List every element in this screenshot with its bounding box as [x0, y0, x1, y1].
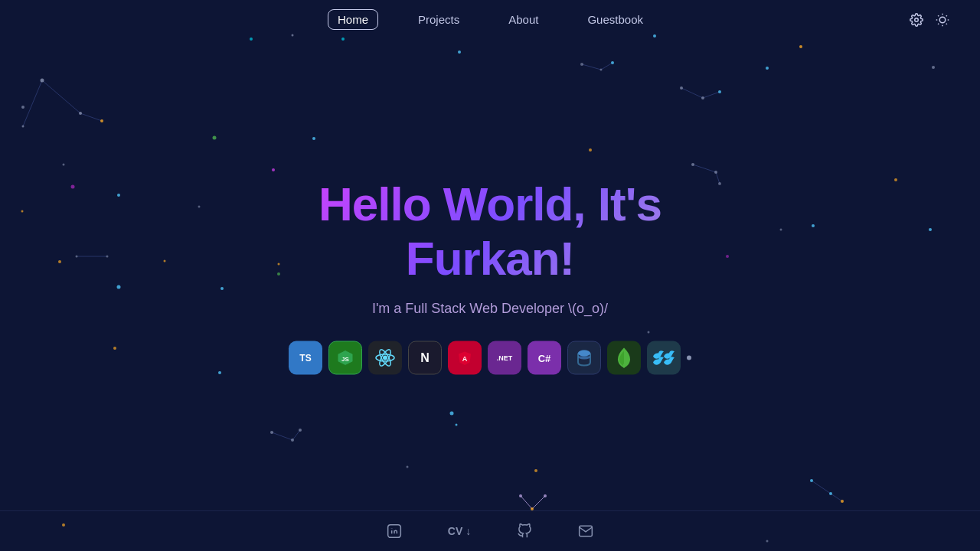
svg-line-5: [681, 88, 703, 98]
svg-point-55: [589, 148, 592, 152]
svg-line-14: [812, 481, 831, 494]
svg-line-7: [693, 165, 716, 172]
svg-point-57: [113, 347, 116, 350]
svg-point-76: [71, 185, 75, 189]
svg-point-42: [600, 69, 603, 71]
svg-point-45: [714, 171, 717, 174]
svg-point-41: [580, 63, 583, 66]
tailwind-icon[interactable]: [647, 341, 681, 375]
ts-icon[interactable]: TS: [289, 341, 322, 375]
svg-line-2: [23, 80, 42, 126]
svg-point-19: [458, 51, 461, 54]
svg-line-13: [532, 496, 545, 509]
svg-point-63: [450, 412, 454, 416]
svg-point-59: [270, 431, 273, 434]
svg-text:A: A: [462, 355, 468, 363]
hero-title: Hello World, It's Furkan!: [245, 177, 735, 285]
svg-point-54: [272, 168, 275, 171]
svg-point-33: [117, 285, 121, 289]
svg-line-15: [831, 494, 842, 501]
svg-point-50: [929, 228, 932, 231]
svg-point-64: [456, 424, 458, 426]
svg-line-10: [272, 432, 292, 440]
svg-line-1: [80, 113, 102, 121]
svg-point-35: [198, 206, 201, 208]
nodejs-icon[interactable]: JS: [328, 341, 362, 375]
svg-point-49: [812, 224, 815, 227]
svg-point-29: [63, 164, 65, 166]
nav-projects[interactable]: Projects: [409, 10, 469, 29]
svg-rect-99: [623, 364, 625, 368]
nav-icon-group: [910, 13, 949, 27]
svg-point-58: [218, 371, 221, 374]
svg-point-47: [894, 178, 897, 181]
svg-point-40: [718, 90, 721, 93]
nav-about[interactable]: About: [499, 10, 547, 29]
svg-line-6: [703, 92, 720, 98]
nextjs-icon[interactable]: N: [408, 341, 442, 375]
svg-point-36: [76, 256, 78, 258]
svg-point-30: [117, 194, 120, 197]
tech-icons-row: TS JS N A: [245, 341, 735, 375]
react-icon[interactable]: [368, 341, 402, 375]
svg-line-87: [946, 15, 947, 16]
csharp-icon[interactable]: C#: [528, 341, 561, 375]
footer: CV ↓: [0, 510, 980, 551]
svg-line-0: [42, 80, 80, 113]
svg-point-74: [213, 136, 217, 140]
svg-line-3: [582, 64, 601, 70]
svg-point-79: [939, 17, 946, 23]
theme-toggle-icon[interactable]: [936, 13, 949, 27]
settings-icon[interactable]: [910, 13, 923, 27]
svg-line-12: [521, 496, 532, 509]
mongodb-icon[interactable]: [607, 341, 641, 375]
cv-download-link[interactable]: CV ↓: [448, 525, 471, 537]
svg-point-32: [58, 260, 61, 263]
tech-dot: [687, 356, 691, 360]
svg-point-98: [578, 350, 590, 357]
svg-line-4: [601, 63, 612, 70]
svg-point-44: [691, 163, 694, 166]
svg-point-26: [79, 112, 82, 115]
svg-point-66: [519, 494, 522, 497]
hero-subtitle: I'm a Full Stack Web Developer \(o_o)/: [245, 301, 735, 317]
svg-point-78: [915, 18, 919, 21]
nav-home[interactable]: Home: [328, 9, 378, 30]
svg-point-31: [21, 210, 24, 213]
svg-point-37: [106, 256, 109, 258]
svg-line-11: [292, 430, 300, 440]
angular-icon[interactable]: A: [448, 341, 482, 375]
navigation: Home Projects About Guestbook: [0, 0, 980, 39]
svg-point-24: [21, 106, 24, 109]
email-link[interactable]: [578, 523, 593, 539]
svg-line-82: [938, 15, 939, 16]
svg-text:JS: JS: [341, 356, 349, 363]
svg-line-86: [938, 23, 939, 24]
svg-point-27: [100, 119, 103, 122]
svg-line-83: [946, 23, 947, 24]
svg-point-69: [810, 479, 813, 482]
svg-point-39: [701, 96, 704, 99]
svg-point-48: [780, 229, 782, 231]
svg-point-22: [932, 66, 935, 69]
svg-point-25: [41, 79, 44, 83]
svg-point-52: [312, 137, 315, 140]
main-content: Hello World, It's Furkan! I'm a Full Sta…: [245, 177, 735, 375]
svg-point-62: [407, 466, 409, 468]
linkedin-link[interactable]: [387, 523, 402, 539]
nav-items: Home Projects About Guestbook: [328, 9, 652, 30]
svg-point-68: [544, 494, 547, 497]
db-icon[interactable]: [567, 341, 601, 375]
github-link[interactable]: [517, 523, 532, 539]
svg-point-61: [299, 429, 302, 432]
svg-point-38: [680, 86, 683, 90]
nav-guestbook[interactable]: Guestbook: [578, 10, 652, 29]
svg-point-51: [164, 260, 166, 262]
svg-point-90: [383, 356, 387, 360]
svg-point-28: [22, 126, 24, 128]
svg-point-34: [220, 287, 224, 290]
svg-point-21: [799, 45, 802, 48]
dotnet-icon[interactable]: .NET: [488, 341, 521, 375]
svg-point-70: [829, 492, 832, 495]
svg-point-23: [766, 67, 769, 70]
